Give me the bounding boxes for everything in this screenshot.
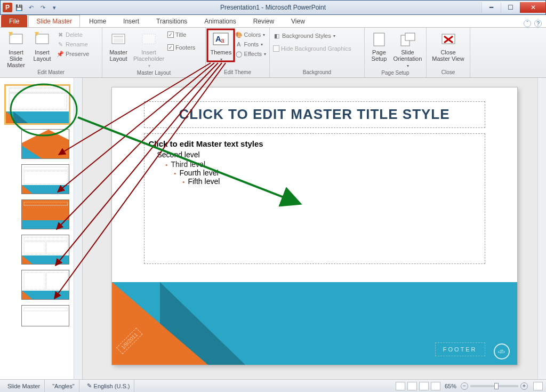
- tab-file[interactable]: File: [1, 15, 27, 27]
- tab-home[interactable]: Home: [81, 15, 114, 27]
- svg-rect-31: [22, 220, 69, 229]
- tab-review[interactable]: Review: [245, 15, 282, 27]
- thumbnail-pane[interactable]: [0, 78, 83, 379]
- qat-save-icon[interactable]: 💾: [14, 3, 24, 12]
- tab-transitions[interactable]: Transitions: [148, 15, 195, 27]
- slide-master-thumbnail[interactable]: [5, 85, 69, 124]
- status-view: Slide Master: [3, 380, 45, 392]
- content-placeholder[interactable]: Click to edit Master text styles Second …: [144, 133, 485, 264]
- layout-thumbnail[interactable]: [21, 270, 69, 300]
- svg-rect-7: [142, 34, 155, 44]
- group-background: ◧Background Styles▾ Hide Background Grap…: [270, 28, 365, 77]
- tab-animations[interactable]: Animations: [196, 15, 244, 27]
- slide-theme-decoration: 1/9/2011 FOOTER ‹#›: [112, 282, 517, 365]
- thumb-preview: [6, 86, 69, 123]
- themes-icon: Aa: [212, 31, 229, 48]
- master-layout-button[interactable]: Master Layout: [106, 29, 131, 62]
- svg-rect-18: [9, 93, 67, 109]
- title-placeholder[interactable]: CLICK TO EDIT MASTER TITLE STYLE: [144, 101, 485, 128]
- preserve-button[interactable]: 📌Preserve: [57, 49, 89, 59]
- layout-thumbnail[interactable]: [21, 129, 69, 159]
- master-layout-icon: [110, 31, 127, 48]
- svg-rect-5: [114, 36, 123, 37]
- window-title: Presentation1 - Microsoft PowerPoint: [1, 4, 545, 11]
- group-edit-master: Insert Slide Master Insert Layout ✖Delet…: [0, 28, 102, 77]
- page-setup-button[interactable]: Page Setup: [368, 29, 390, 62]
- svg-rect-38: [46, 273, 68, 290]
- close-master-icon: [440, 31, 457, 48]
- slide-number-placeholder[interactable]: ‹#›: [494, 343, 510, 359]
- minimize-button[interactable]: ━: [481, 2, 501, 13]
- insert-placeholder-button: Insert Placeholder▾: [133, 29, 164, 69]
- delete-icon: ✖: [57, 31, 64, 38]
- background-styles-button[interactable]: ◧Background Styles▾: [273, 31, 351, 41]
- normal-view-button[interactable]: [396, 382, 405, 390]
- svg-rect-32: [24, 237, 68, 241]
- editor-scrollbar[interactable]: [537, 78, 546, 379]
- status-language[interactable]: ✎English (U.S.): [83, 380, 135, 392]
- layout-thumbnail[interactable]: [21, 235, 69, 265]
- layout-thumbnail[interactable]: [21, 305, 69, 326]
- fit-to-window-button[interactable]: [533, 382, 543, 390]
- rename-icon: ✎: [57, 41, 64, 48]
- delete-button: ✖Delete: [57, 30, 89, 39]
- zoom-percent[interactable]: 65%: [445, 383, 456, 389]
- slide-canvas[interactable]: CLICK TO EDIT MASTER TITLE STYLE Click t…: [112, 87, 517, 365]
- svg-rect-0: [10, 34, 22, 44]
- colors-button[interactable]: 🎨Colors▾: [235, 30, 266, 39]
- background-styles-icon: ◧: [273, 32, 280, 39]
- window-titlebar: P 💾 ↶ ↷ ▾ Presentation1 - Microsoft Powe…: [0, 0, 546, 15]
- insert-layout-icon: [34, 31, 51, 48]
- slideshow-view-button[interactable]: [431, 382, 440, 390]
- title-checkbox[interactable]: ✓Title: [167, 30, 195, 39]
- zoom-out-button[interactable]: −: [461, 382, 468, 390]
- hide-background-checkbox: Hide Background Graphics: [273, 44, 351, 53]
- orientation-icon: [399, 31, 416, 48]
- ribbon-minimize-icon[interactable]: ˆ: [524, 20, 531, 27]
- ribbon-tab-strip: File Slide Master Home Insert Transition…: [0, 15, 546, 28]
- tab-slide-master[interactable]: Slide Master: [28, 15, 80, 27]
- quick-access-toolbar: P 💾 ↶ ↷ ▾: [1, 3, 59, 12]
- help-icon[interactable]: ?: [534, 20, 542, 27]
- slide-orientation-button[interactable]: Slide Orientation▾: [392, 29, 423, 69]
- group-edit-theme: Aa Themes▾ 🎨Colors▾ AFonts▾ ◯Effects▾ Ed…: [206, 28, 270, 77]
- sorter-view-button[interactable]: [407, 382, 417, 390]
- close-window-button[interactable]: ✕: [520, 2, 545, 13]
- tab-insert[interactable]: Insert: [115, 15, 147, 27]
- insert-slide-master-button[interactable]: Insert Slide Master: [3, 29, 29, 68]
- themes-button[interactable]: Aa Themes▾: [209, 29, 233, 63]
- maximize-button[interactable]: ☐: [501, 2, 520, 13]
- svg-text:a: a: [221, 37, 224, 44]
- colors-icon: 🎨: [235, 31, 243, 38]
- fonts-icon: A: [235, 41, 243, 48]
- app-icon[interactable]: P: [3, 3, 12, 12]
- thumbnail-scrollbar[interactable]: [74, 78, 82, 379]
- tab-view[interactable]: View: [283, 15, 313, 27]
- status-theme: "Angles": [48, 380, 79, 392]
- svg-rect-41: [24, 308, 68, 311]
- layout-thumbnail[interactable]: [21, 164, 69, 194]
- qat-undo-icon[interactable]: ↶: [26, 3, 36, 12]
- workspace: CLICK TO EDIT MASTER TITLE STYLE Click t…: [0, 78, 546, 379]
- qat-customize-icon[interactable]: ▾: [50, 3, 59, 12]
- footers-checkbox[interactable]: ✓Footers: [167, 43, 195, 52]
- close-master-view-button[interactable]: Close Master View: [430, 29, 467, 62]
- reading-view-button[interactable]: [419, 382, 429, 390]
- footer-placeholder[interactable]: FOOTER: [435, 342, 485, 356]
- group-close: Close Master View Close: [427, 28, 470, 77]
- slide-editor[interactable]: CLICK TO EDIT MASTER TITLE STYLE Click t…: [83, 78, 546, 379]
- svg-rect-25: [24, 167, 68, 170]
- zoom-slider[interactable]: − +: [461, 382, 528, 390]
- zoom-in-button[interactable]: +: [520, 382, 528, 390]
- effects-button[interactable]: ◯Effects▾: [235, 49, 266, 59]
- rename-button: ✎Rename: [57, 39, 89, 49]
- page-setup-icon: [371, 31, 388, 48]
- insert-layout-button[interactable]: Insert Layout: [31, 29, 53, 62]
- svg-rect-26: [24, 171, 68, 184]
- qat-redo-icon[interactable]: ↷: [38, 3, 47, 12]
- spellcheck-icon: ✎: [87, 382, 92, 389]
- preserve-icon: 📌: [57, 50, 64, 58]
- layout-thumbnail[interactable]: [21, 199, 69, 229]
- ribbon: Insert Slide Master Insert Layout ✖Delet…: [0, 28, 546, 78]
- fonts-button[interactable]: AFonts▾: [235, 39, 266, 49]
